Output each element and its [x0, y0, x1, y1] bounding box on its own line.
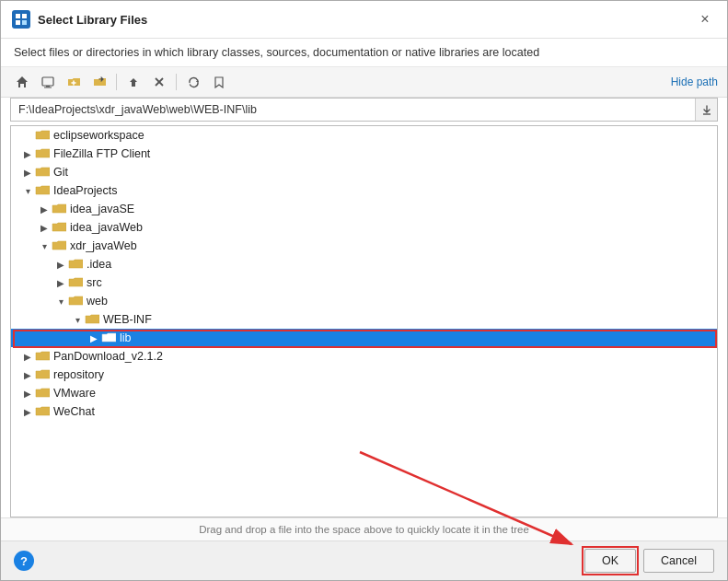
tree-item-idea[interactable]: ▶.idea — [11, 255, 717, 273]
toolbar: Hide path — [1, 67, 727, 98]
tree-item-label-vmware: VMware — [53, 387, 717, 400]
tree-toggle-repository[interactable]: ▶ — [20, 367, 35, 382]
svg-rect-5 — [42, 77, 53, 86]
tree-item-repository[interactable]: ▶repository — [11, 366, 717, 384]
tree-item-filezilla[interactable]: ▶FileZilla FTP Client — [11, 145, 717, 163]
tree-item-label-xdr_javaweb: xdr_javaWeb — [70, 239, 717, 252]
tree-toggle-xdr_javaweb[interactable]: ▾ — [37, 238, 52, 253]
tree-item-label-filezilla: FileZilla FTP Client — [53, 147, 717, 160]
footer: ? OK Cancel — [1, 540, 727, 580]
folder-icon — [35, 147, 50, 160]
toolbar-left — [10, 71, 231, 93]
tree-item-ideaprojects[interactable]: ▾IdeaProjects — [11, 181, 717, 200]
app-icon — [12, 10, 30, 29]
path-bar — [10, 98, 718, 122]
tree-toggle-lib[interactable]: ▶ — [87, 331, 101, 345]
folder-icon — [35, 129, 50, 142]
tree-item-label-wechat: WeChat — [53, 405, 717, 418]
svg-rect-7 — [44, 87, 52, 88]
ok-button[interactable]: OK — [584, 549, 636, 573]
tree-item-label-idea_javaweb: idea_javaWeb — [70, 221, 717, 234]
tree-item-label-src: src — [87, 276, 717, 289]
folder-icon — [35, 405, 50, 418]
tree-item-label-idea: .idea — [87, 258, 717, 271]
tree-item-eclipseworkspace[interactable]: eclipseworkspace — [11, 126, 717, 145]
svg-marker-4 — [17, 76, 28, 87]
svg-rect-0 — [16, 14, 20, 18]
path-download-button[interactable] — [695, 99, 717, 121]
dialog-title: Select Library Files — [38, 13, 147, 27]
path-input[interactable] — [11, 99, 695, 120]
tree-item-web[interactable]: ▾web — [11, 292, 717, 310]
ok-button-wrapper: OK — [584, 549, 636, 573]
folder-icon — [68, 258, 83, 271]
tree-item-git[interactable]: ▶Git — [11, 163, 717, 181]
move-up-button[interactable] — [121, 71, 145, 93]
tree-item-xdr_javaweb[interactable]: ▾xdr_javaWeb — [11, 237, 717, 255]
tree-item-pandownload[interactable]: ▶PanDownload_v2.1.2 — [11, 347, 717, 366]
hide-path-button[interactable]: Hide path — [671, 76, 718, 88]
svg-rect-2 — [16, 20, 20, 25]
tree-toggle-src[interactable]: ▶ — [53, 275, 68, 290]
tree-toggle-ideaprojects[interactable]: ▾ — [20, 183, 35, 198]
tree-toggle-idea[interactable]: ▶ — [53, 257, 68, 272]
svg-rect-1 — [22, 14, 27, 18]
tree-toggle-git[interactable]: ▶ — [20, 165, 35, 180]
folder-icon — [68, 295, 83, 308]
file-tree[interactable]: eclipseworkspace▶FileZilla FTP Client▶Gi… — [10, 125, 718, 517]
toolbar-divider-2 — [176, 74, 177, 90]
title-bar-left: Select Library Files — [12, 10, 147, 29]
help-button[interactable]: ? — [14, 551, 34, 571]
folder-icon — [52, 203, 66, 215]
dialog: Select Library Files × Select files or d… — [0, 0, 728, 581]
tree-toggle-eclipseworkspace — [20, 128, 35, 143]
tree-item-label-webinf: WEB-INF — [103, 313, 717, 326]
desktop-button[interactable] — [36, 71, 60, 93]
home-button[interactable] — [10, 71, 34, 93]
tree-toggle-vmware[interactable]: ▶ — [20, 386, 35, 401]
folder-icon — [68, 276, 83, 289]
svg-rect-3 — [22, 20, 27, 25]
tree-item-lib[interactable]: ▶lib — [11, 329, 717, 347]
new-folder-up-button[interactable] — [62, 71, 86, 93]
tree-toggle-pandownload[interactable]: ▶ — [20, 349, 35, 364]
delete-button[interactable] — [147, 71, 171, 93]
tree-item-webinf[interactable]: ▾WEB-INF — [11, 310, 717, 329]
cancel-button[interactable]: Cancel — [643, 549, 714, 573]
tree-item-idea_javase[interactable]: ▶idea_javaSE — [11, 200, 717, 218]
tree-item-label-web: web — [87, 295, 717, 308]
close-button[interactable]: × — [694, 8, 716, 30]
tree-toggle-wechat[interactable]: ▶ — [20, 404, 35, 419]
folder-icon — [52, 239, 66, 252]
tree-item-label-idea_javase: idea_javaSE — [70, 203, 717, 215]
refresh-button[interactable] — [181, 71, 205, 93]
folder-icon — [35, 166, 50, 179]
tree-item-vmware[interactable]: ▶VMware — [11, 384, 717, 402]
folder-icon — [35, 184, 50, 197]
svg-rect-6 — [46, 86, 50, 87]
dialog-subtitle: Select files or directories in which lib… — [1, 39, 727, 67]
tree-item-label-lib: lib — [120, 331, 717, 344]
folder-icon — [35, 368, 50, 381]
folder-icon — [52, 221, 66, 234]
footer-buttons: OK Cancel — [584, 549, 714, 573]
new-folder-button[interactable] — [87, 71, 111, 93]
drag-hint: Drag and drop a file into the space abov… — [1, 517, 727, 540]
tree-item-label-eclipseworkspace: eclipseworkspace — [53, 129, 717, 142]
folder-icon — [85, 313, 99, 326]
tree-item-label-pandownload: PanDownload_v2.1.2 — [53, 350, 717, 363]
tree-item-label-git: Git — [53, 166, 717, 179]
folder-icon — [101, 331, 116, 344]
title-bar: Select Library Files × — [1, 1, 727, 39]
tree-item-idea_javaweb[interactable]: ▶idea_javaWeb — [11, 218, 717, 237]
tree-item-src[interactable]: ▶src — [11, 273, 717, 292]
tree-toggle-filezilla[interactable]: ▶ — [20, 146, 35, 161]
tree-item-label-repository: repository — [53, 368, 717, 381]
tree-item-wechat[interactable]: ▶WeChat — [11, 402, 717, 421]
folder-icon — [35, 387, 50, 400]
tree-toggle-web[interactable]: ▾ — [53, 294, 68, 308]
tree-toggle-webinf[interactable]: ▾ — [70, 312, 85, 327]
bookmark-button[interactable] — [207, 71, 231, 93]
tree-toggle-idea_javase[interactable]: ▶ — [37, 202, 52, 216]
tree-toggle-idea_javaweb[interactable]: ▶ — [37, 220, 52, 235]
